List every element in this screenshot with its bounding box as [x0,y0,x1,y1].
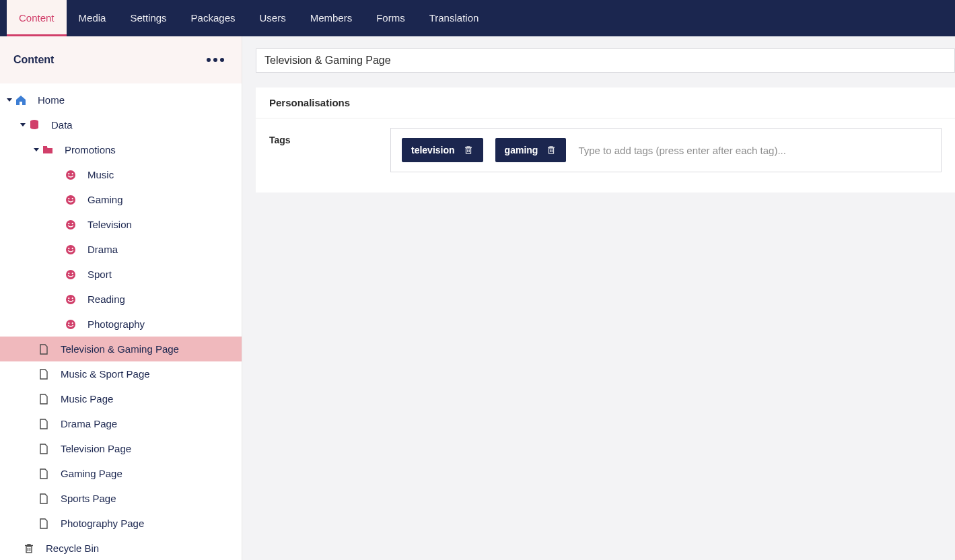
page-title-input[interactable] [264,55,946,67]
tag-chip: television [402,138,483,162]
tree-node-promo[interactable]: Reading [0,287,242,312]
tree-label: Gaming [87,194,123,205]
tag-chip-label: television [411,145,455,155]
smile-icon [63,169,78,181]
smile-icon [63,318,78,330]
title-field-wrapper [256,48,955,73]
folder-icon [40,144,55,156]
document-icon [36,468,51,480]
document-icon [36,443,51,455]
tree-label: Music Page [61,393,113,405]
tag-chip: gaming [495,138,567,162]
document-icon [36,493,51,505]
tree-node-page[interactable]: Photography Page [0,511,242,536]
trash-icon [22,542,36,555]
trash-icon[interactable] [463,145,474,155]
tree-node-promo[interactable]: Television [0,212,242,237]
database-icon [27,119,42,131]
tree-label: Music [87,169,114,180]
caret-icon[interactable] [19,123,27,127]
nav-tab-content[interactable]: Content [7,0,67,36]
tree-node-home[interactable]: Home [0,88,242,112]
tree-node-promo[interactable]: Sport [0,262,242,287]
document-icon [36,518,51,530]
tree-node-promo[interactable]: Photography [0,312,242,337]
caret-icon[interactable] [32,148,40,151]
document-icon [36,343,51,355]
tree-node-page[interactable]: Sports Page [0,486,242,511]
tree-label: Reading [87,293,125,305]
smile-icon [63,244,78,256]
tree-label: Gaming Page [61,468,122,479]
document-icon [36,368,51,380]
nav-tab-settings[interactable]: Settings [118,0,178,36]
smile-icon [63,293,78,306]
smile-icon [63,269,78,281]
tree-label: Data [51,119,73,131]
tree-label: Drama [87,244,118,255]
tree-label: Drama Page [61,418,117,429]
tree-label: Home [38,94,65,106]
tree-label: Music & Sport Page [61,368,150,380]
tree-label: Photography Page [61,518,144,529]
tree-node-page[interactable]: Music Page [0,386,242,411]
tags-text-field[interactable] [578,145,930,156]
personalisations-panel: Personalisations Tags televisiongaming [256,88,955,193]
trash-icon[interactable] [546,145,557,155]
sidebar-title: Content [13,54,54,66]
tree-node-promo[interactable]: Gaming [0,187,242,212]
tree-label: Recycle Bin [46,542,99,554]
tree-label: Television Page [61,443,131,454]
tree-node-page[interactable]: Television Page [0,436,242,461]
tree-label: Sport [87,269,112,280]
tree-node-data[interactable]: Data [0,112,242,137]
tags-input[interactable]: televisiongaming [390,128,942,172]
sidebar-header: Content [0,36,242,83]
document-icon [36,393,51,405]
tree-node-page[interactable]: Music & Sport Page [0,361,242,386]
tree-node-page[interactable]: Gaming Page [0,461,242,486]
smile-icon [63,219,78,231]
tree-label: Promotions [65,144,116,155]
tree-node-promo[interactable]: Music [0,162,242,187]
tree-node-page[interactable]: Television & Gaming Page [0,337,242,361]
sidebar: Content Home Data [0,36,242,560]
sidebar-actions-button[interactable] [203,54,228,66]
editor-area: Personalisations Tags televisiongaming [242,36,955,560]
smile-icon [63,194,78,206]
nav-tab-forms[interactable]: Forms [364,0,417,36]
tree-label: Photography [87,318,145,330]
tree-node-promo[interactable]: Drama [0,237,242,262]
tree-label: Television & Gaming Page [61,343,179,355]
tree-label: Television [87,219,132,230]
tag-chip-label: gaming [505,145,538,155]
panel-body: Tags televisiongaming [256,118,955,193]
tree-node-recycle-bin[interactable]: Recycle Bin [0,536,242,560]
nav-tab-members[interactable]: Members [298,0,365,36]
tree-node-page[interactable]: Drama Page [0,411,242,436]
top-nav: ContentMediaSettingsPackagesUsersMembers… [0,0,955,36]
tree-label: Sports Page [61,493,116,504]
tree-node-promotions[interactable]: Promotions [0,137,242,162]
nav-tab-media[interactable]: Media [67,0,118,36]
document-icon [36,418,51,430]
field-label-tags: Tags [269,128,390,172]
nav-tab-packages[interactable]: Packages [179,0,248,36]
nav-tab-translation[interactable]: Translation [417,0,491,36]
nav-tab-users[interactable]: Users [247,0,297,36]
panel-header: Personalisations [256,88,955,118]
home-icon [13,94,28,106]
caret-icon[interactable] [5,98,13,102]
content-tree: Home Data Promotions MusicGamingTelevisi… [0,83,242,560]
